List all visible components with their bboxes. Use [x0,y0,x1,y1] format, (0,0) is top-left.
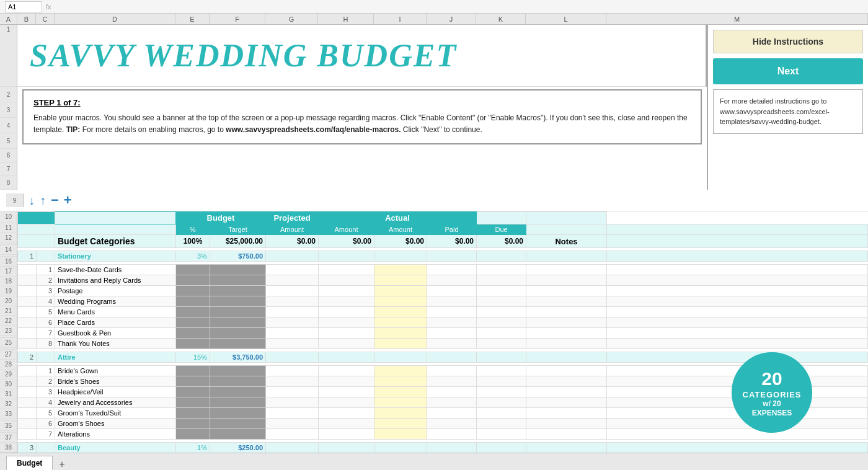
totals-actual-amount: $0.00 [374,235,427,248]
item-row-groom-shoes: 6 Groom's Shoes [18,419,868,429]
col-header-f[interactable]: F [210,14,265,24]
category-row-attire: 2 Attire 15% $3,750.00 [18,352,868,363]
col-header-d[interactable]: D [55,14,175,24]
formula-divider: fx [46,3,51,11]
app-title: SAVVY WEDDING BUDGET [30,38,457,73]
hide-instructions-button[interactable]: Hide Instructions [713,30,863,53]
totals-target: $25,000.00 [210,235,266,248]
pct-header: % [176,224,210,235]
item-row-postage: 3 Postage [18,286,868,296]
name-box[interactable]: A1 [5,1,42,12]
actual-header: Actual [319,212,477,224]
col-header-g[interactable]: G [265,14,318,24]
category-row-beauty: 3 Beauty 1% $250.00 [18,443,868,453]
due-header: Due [477,224,526,235]
paid-header: Paid [427,224,477,235]
totals-budget-amount: $0.00 [266,235,319,248]
totals-due: $0.00 [477,235,526,248]
col-header-h[interactable]: H [318,14,374,24]
item-row-alterations: 7 Alterations [18,429,868,440]
header-row-main: Budget Projected Actual [18,212,868,224]
col-header-l[interactable]: L [526,14,606,24]
move-down-button[interactable]: ↓ [29,193,35,208]
action-row: 9 ↓ ↑ − + [0,190,868,211]
add-button[interactable]: + [64,192,72,208]
projected-header: Projected [266,212,319,224]
item-row-save-date: 1 Save-the-Date Cards [18,265,868,275]
budget-amount-header: Amount [266,224,319,235]
remove-button[interactable]: − [51,192,59,208]
next-button[interactable]: Next [713,58,863,84]
col-header-b[interactable]: B [17,14,36,24]
col-headers: A B C D E F G H I J K L M [0,14,868,25]
item-row-invitations: 2 Invitations and Reply Cards [18,275,868,286]
col-header-e[interactable]: E [175,14,210,24]
notes-header: Notes [526,235,607,248]
item-row-guestbook: 7 Guestbook & Pen [18,328,868,339]
badge-expenses: EXPENSES [752,409,792,417]
item-row-place-cards: 6 Place Cards [18,317,868,328]
actual-amount-header: Amount [374,224,427,235]
move-up-button[interactable]: ↑ [40,193,46,208]
badge-number: 20 [761,368,782,390]
grid-area: 10 11 12 14 16 17 18 19 20 21 22 23 25 2… [0,211,868,453]
formula-input[interactable] [55,3,863,11]
add-sheet-button[interactable]: + [54,459,69,470]
col-header-k[interactable]: K [476,14,526,24]
row-numbers: 10 11 12 14 16 17 18 19 20 21 22 23 25 2… [0,211,17,453]
item-row-programs: 4 Wedding Programs [18,296,868,307]
proj-amount-header: Amount [319,224,374,235]
header-row-sub: % Target Amount Amount Amount Paid Due [18,224,868,235]
categories-badge: 20 CATEGORIES w/ 20 EXPENSES [732,352,812,433]
badge-categories: CATEGORIES [743,390,802,400]
detail-link: For more detailed instructions go to www… [713,89,863,134]
totals-paid: $0.00 [427,235,477,248]
step-title: STEP 1 of 7: [33,98,691,107]
target-header: Target [210,224,266,235]
col-header-i[interactable]: I [374,14,427,24]
category-row-stationery: 1 Stationery 3% $750.00 [18,251,868,262]
col-header-j[interactable]: J [427,14,476,24]
badge-with: w/ 20 [763,399,781,408]
col-header-m[interactable]: M [606,14,868,24]
tab-bar: Budget + [0,453,868,470]
item-row-thankyou: 8 Thank You Notes [18,339,868,349]
instructions-box: STEP 1 of 7: Enable your macros. You sho… [22,89,702,144]
instructions-body: Enable your macros. You should see a ban… [33,112,691,136]
col-header-c[interactable]: C [36,14,55,24]
item-row-menu: 5 Menu Cards [18,307,868,317]
totals-row: Budget Categories 100% $25,000.00 $0.00 … [18,235,868,248]
totals-proj-amount: $0.00 [319,235,374,248]
budget-categories-label: Budget Categories [55,235,176,248]
budget-tab[interactable]: Budget [6,456,53,470]
budget-header: Budget [176,212,266,224]
right-panel: Hide Instructions Next For more detailed… [707,25,868,190]
col-header-a[interactable]: A [0,14,17,24]
totals-pct: 100% [176,235,210,248]
